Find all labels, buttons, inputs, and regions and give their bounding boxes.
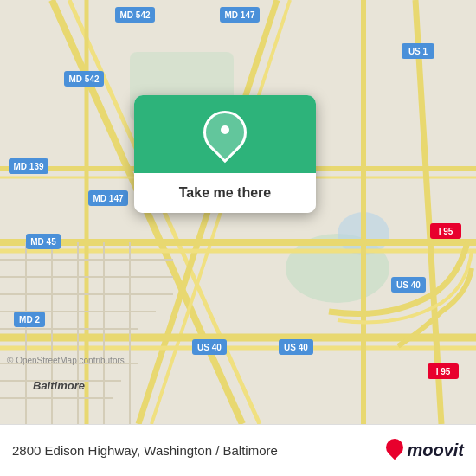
take-me-there-button[interactable]: Take me there xyxy=(134,173,316,213)
svg-text:US 1: US 1 xyxy=(408,47,428,56)
svg-text:US 40: US 40 xyxy=(396,280,421,290)
svg-text:MD 542: MD 542 xyxy=(119,10,150,20)
svg-text:MD 542: MD 542 xyxy=(68,74,99,84)
svg-text:MD 2: MD 2 xyxy=(19,315,40,325)
moovit-logo: moovit xyxy=(384,439,464,463)
svg-text:I 95: I 95 xyxy=(436,367,451,376)
moovit-text: moovit xyxy=(407,441,464,460)
svg-text:MD 139: MD 139 xyxy=(13,162,43,171)
svg-text:I 95: I 95 xyxy=(439,227,453,236)
map-container: MD 542 MD 542 MD 147 US 1 MD 139 MD 147 … xyxy=(0,0,476,424)
popup-header xyxy=(134,95,316,173)
location-pin-icon xyxy=(206,111,244,158)
svg-text:MD 147: MD 147 xyxy=(224,10,254,20)
map-popup: Take me there xyxy=(134,95,316,213)
bottom-bar: 2800 Edison Highway, Washington / Baltim… xyxy=(0,424,476,476)
svg-text:Baltimore: Baltimore xyxy=(33,379,85,392)
svg-text:US 40: US 40 xyxy=(197,343,222,352)
svg-text:MD 45: MD 45 xyxy=(30,237,56,247)
address-label: 2800 Edison Highway, Washington / Baltim… xyxy=(12,443,376,458)
moovit-pin-icon xyxy=(384,439,403,463)
svg-text:US 40: US 40 xyxy=(284,343,308,352)
copyright-text: © OpenStreetMap contributors xyxy=(7,356,125,365)
svg-text:MD 147: MD 147 xyxy=(93,194,123,203)
